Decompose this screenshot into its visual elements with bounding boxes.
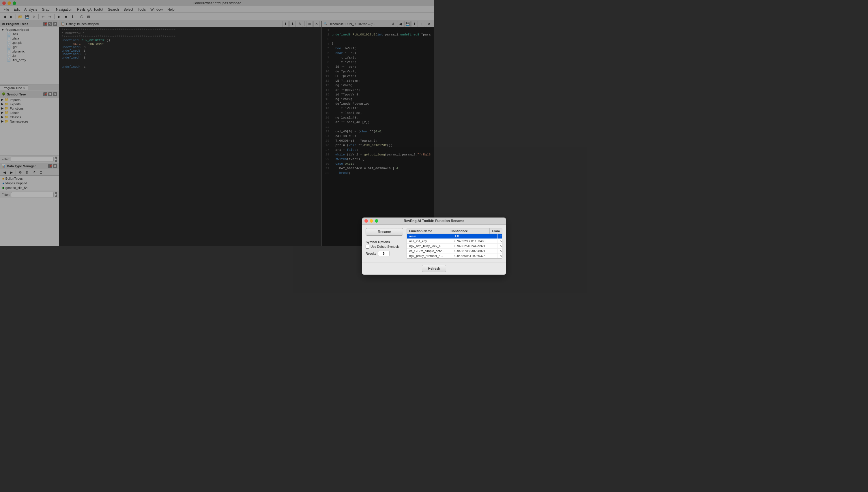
modal-symbol-options: Symbol Options Use Debug Symbols Results bbox=[366, 240, 403, 246]
modal-symbol-opts-label: Symbol Options bbox=[366, 240, 403, 244]
modal-rename-button[interactable]: Rename bbox=[366, 228, 403, 236]
modal-max-btn[interactable] bbox=[375, 219, 378, 223]
modal-left: Rename Symbol Options Use Debug Symbols … bbox=[366, 228, 403, 246]
modal-dialog: RevEng.AI Toolkit: Function Rename Renam… bbox=[362, 218, 434, 246]
modal-overlay: RevEng.AI Toolkit: Function Rename Renam… bbox=[0, 0, 434, 246]
modal-window-controls bbox=[364, 219, 378, 223]
modal-th-function: Function Name bbox=[407, 228, 434, 233]
modal-row-0[interactable]: main 1.0 fdupes bbox=[407, 234, 434, 239]
modal-debug-label: Use Debug Symbols bbox=[370, 245, 400, 246]
modal-cell-fn-1: aes_init_key bbox=[407, 239, 434, 243]
modal-title: RevEng.AI Toolkit: Function Rename bbox=[404, 219, 434, 223]
modal-min-btn[interactable] bbox=[370, 219, 373, 223]
modal-cell-fn-2: ngx_http_busy_lock_c... bbox=[407, 244, 434, 246]
modal-debug-checkbox[interactable] bbox=[366, 245, 369, 246]
modal-row-1[interactable]: aes_init_key 0.9489293801153483 nginx bbox=[407, 239, 434, 244]
modal-table-header: Function Name Confidence From bbox=[407, 228, 434, 234]
modal-titlebar: RevEng.AI Toolkit: Function Rename bbox=[362, 218, 434, 225]
modal-table: Function Name Confidence From main 1.0 f… bbox=[407, 228, 434, 246]
modal-row-2[interactable]: ngx_http_busy_lock_c... 0.94662549244299… bbox=[407, 244, 434, 246]
modal-debug-checkbox-row: Use Debug Symbols bbox=[366, 245, 403, 246]
modal-cell-fn-0: main bbox=[407, 234, 434, 239]
modal-close-btn[interactable] bbox=[364, 219, 368, 223]
modal-body: Rename Symbol Options Use Debug Symbols … bbox=[362, 225, 434, 246]
